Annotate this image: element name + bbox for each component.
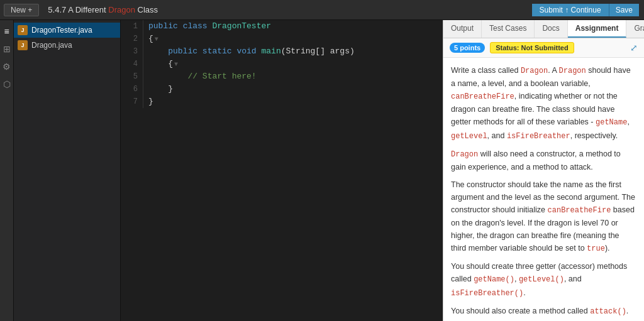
sidebar-icon-hex[interactable]: ⬡: [1, 78, 13, 90]
code-line-2: 2 {▼: [121, 33, 443, 45]
assignment-p2: Dragon will also need a constructor, a m…: [451, 148, 636, 173]
action-buttons: Submit ↑ Continue Save: [532, 4, 639, 16]
status-bar: 5 points Status: Not Submitted ⤢: [443, 38, 644, 58]
sidebar: ≡ ⊞ ⚙ ⬡: [0, 20, 14, 321]
right-panel: Output Test Cases Docs Assignment Grade …: [443, 20, 644, 321]
code-line-1: 1 public class DragonTester: [121, 20, 443, 33]
assignment-p4: You should create three getter (accessor…: [451, 260, 636, 299]
tab-assignment[interactable]: Assignment: [568, 20, 627, 38]
file-name-dragon: Dragon.java: [31, 41, 72, 50]
sidebar-icon-settings[interactable]: ⚙: [1, 60, 13, 73]
code-editor[interactable]: 1 public class DragonTester 2 {▼ 3 publi…: [121, 20, 443, 321]
tab-bar: Output Test Cases Docs Assignment Grade …: [443, 20, 644, 38]
java-icon-2: J: [18, 40, 28, 50]
assignment-content[interactable]: Write a class called Dragon. A Dragon sh…: [443, 58, 644, 321]
top-bar: New + 5.4.7 A Different Dragon Class Sub…: [0, 0, 644, 20]
assignment-p3: The constructor should take the name as …: [451, 178, 636, 255]
tab-test-cases[interactable]: Test Cases: [482, 20, 535, 38]
file-explorer: J DragonTester.java J Dragon.java: [14, 20, 121, 321]
assignment-p5: You should also create a method called a…: [451, 305, 636, 321]
file-name-dragontester: DragonTester.java: [31, 26, 92, 35]
code-line-3: 3 public static void main(String[] args): [121, 45, 443, 58]
tab-output[interactable]: Output: [443, 20, 482, 38]
java-icon: J: [18, 25, 28, 35]
sidebar-icon-menu[interactable]: ≡: [1, 25, 13, 38]
save-button[interactable]: Save: [609, 4, 639, 16]
title-bar: 5.4.7 A Different Dragon Class Submit ↑ …: [43, 4, 644, 16]
tab-docs[interactable]: Docs: [535, 20, 567, 38]
page-title: 5.4.7 A Different Dragon Class: [48, 5, 158, 14]
assignment-p1: Write a class called Dragon. A Dragon sh…: [451, 64, 636, 143]
submit-continue-button[interactable]: Submit ↑ Continue: [532, 4, 609, 16]
code-line-6: 6 }: [121, 83, 443, 95]
tab-grade[interactable]: Grade: [626, 20, 644, 38]
main-layout: ≡ ⊞ ⚙ ⬡ J DragonTester.java J Dragon.jav…: [0, 20, 644, 321]
file-item-dragontester[interactable]: J DragonTester.java: [14, 23, 120, 38]
sidebar-icon-grid[interactable]: ⊞: [1, 43, 13, 55]
code-line-7: 7 }: [121, 95, 443, 108]
points-badge: 5 points: [450, 43, 485, 53]
new-button[interactable]: New +: [4, 4, 39, 16]
status-badge: Status: Not Submitted: [490, 42, 574, 53]
code-line-4: 4 {▼: [121, 58, 443, 70]
external-link-icon[interactable]: ⤢: [630, 43, 638, 53]
code-line-5: 5 // Start here!: [121, 70, 443, 83]
file-item-dragon[interactable]: J Dragon.java: [14, 38, 120, 53]
